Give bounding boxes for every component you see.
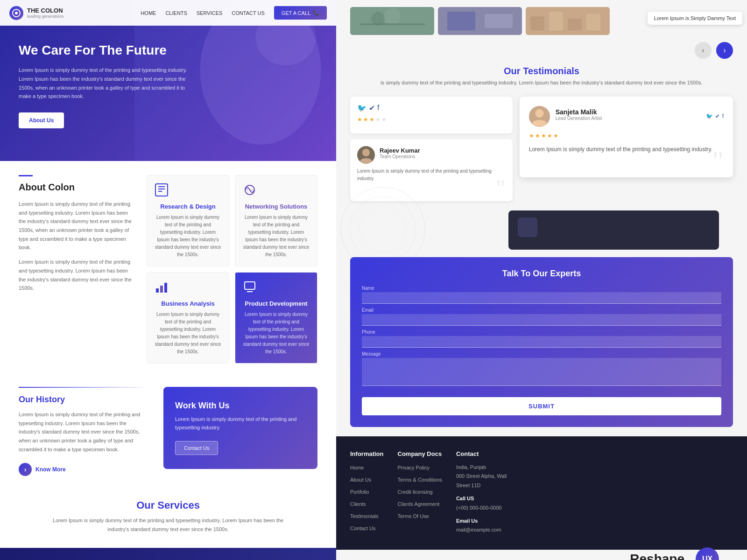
svg-rect-13: [245, 282, 255, 289]
svg-rect-22: [485, 14, 513, 28]
networking-title: Networking Solutions: [243, 203, 310, 210]
svg-rect-25: [549, 12, 563, 30]
footer-call-label: Call US: [456, 494, 507, 504]
work-desc: Lorem Ipsum is simply dummy text of the …: [175, 415, 306, 432]
sanjeta-stars: ★ ★ ★ ★ ★: [529, 133, 724, 139]
footer-about-link[interactable]: About Us: [350, 477, 371, 483]
star-4: ★: [375, 116, 381, 123]
history-left: Our History Lorem Ipsum is simply dummy …: [19, 387, 149, 476]
nav-home[interactable]: HOME: [141, 10, 156, 16]
footer-agreement-link[interactable]: Clients Agreement: [398, 501, 440, 507]
right-inner: Lorem Ipsum is Simply Dammy Text ‹ › Our…: [336, 0, 747, 560]
history-title: Our History: [19, 395, 149, 405]
email-input[interactable]: [362, 314, 721, 326]
top-image-2: [438, 7, 522, 35]
footer-info-title: Information: [350, 450, 384, 457]
footer-email-label: Email Us: [456, 517, 507, 526]
star-1: ★: [357, 116, 362, 123]
footer-home-link[interactable]: Home: [350, 465, 364, 470]
footer-portfolio-link[interactable]: Portfolio: [350, 489, 369, 495]
business-title: Business Analysis: [155, 300, 221, 307]
nav-clients[interactable]: CLIENTS: [165, 10, 187, 16]
about-text-1: Lorem Ipsum is simply dummy text of the …: [19, 200, 133, 252]
phone-input[interactable]: [362, 336, 721, 348]
product-title: Product Development: [243, 300, 310, 307]
submit-button[interactable]: SUBMIT: [362, 397, 721, 415]
experts-form-section: Talk To Our Experts Name Email Phone: [350, 257, 733, 427]
right-panel: Lorem Ipsum is Simply Dammy Text ‹ › Our…: [336, 0, 747, 560]
services-desc: Lorem Ipsum is simply dummy text of the …: [51, 516, 285, 533]
rajeev-text: Lorem Ipsum is simply dummy text of the …: [357, 168, 506, 182]
sanjeta-twitter-icon: 🐦: [706, 113, 713, 119]
svg-point-34: [359, 206, 406, 252]
footer-contact: Contact India, Punjab 000 Street Alpha, …: [456, 450, 507, 536]
footer-docs-title: Company Docs: [398, 450, 442, 457]
testimonials-desc: is simply dummy text of the printing and…: [350, 79, 733, 87]
s-star-4: ★: [547, 133, 552, 139]
svg-rect-10: [156, 288, 159, 293]
footer-contact-link[interactable]: Contact Us: [350, 525, 375, 531]
contact-us-button[interactable]: Contact Us: [175, 441, 218, 455]
star-2: ★: [363, 116, 368, 123]
s-star-2: ★: [535, 133, 540, 139]
svg-point-33: [350, 196, 416, 262]
work-with-us-card: Work With Us Lorem Ipsum is simply dummy…: [163, 387, 317, 469]
image-placeholder-3: [526, 7, 610, 35]
footer: Information Home About Us Portfolio Clie…: [336, 436, 747, 550]
footer-phone: (+00) 000-000-0000: [456, 504, 507, 513]
research-title: Research & Design: [155, 203, 221, 210]
logo-text: THE COLON leading generations: [27, 7, 64, 19]
top-image-3: [526, 7, 610, 35]
sanjeta-fb-icon: ✔: [715, 113, 720, 119]
get-call-button[interactable]: GET A CALL 📞: [274, 6, 327, 20]
phone-icon: 📞: [313, 10, 319, 16]
fb-icon: f: [377, 104, 379, 112]
nav-contact[interactable]: CONTACT US: [232, 10, 265, 16]
svg-rect-27: [586, 14, 600, 30]
s-star-1: ★: [529, 133, 534, 139]
message-label: Message: [362, 351, 721, 357]
footer-credit-link[interactable]: Credit licensing: [398, 489, 433, 495]
sanjeta-text: Lorem Ipsum is simply dummy text of the …: [529, 145, 724, 154]
service-card-research: Research & Design Lorem Ipsum is simply …: [147, 175, 229, 266]
footer-terms-link[interactable]: Terms & Conditions: [398, 477, 442, 483]
reshape-brand: Reshape UX: [322, 540, 733, 560]
main-quote-mark: ": [712, 154, 724, 168]
social-icons: 🐦 ✔ f: [357, 104, 506, 112]
networking-icon: [243, 183, 310, 199]
footer-contact-title: Contact: [456, 450, 507, 457]
service-card-product: Product Development Lorem Ipsum is simpl…: [235, 272, 317, 364]
next-arrow-button[interactable]: ›: [716, 42, 733, 59]
section-line: [19, 175, 33, 176]
footer-testimonials-link[interactable]: Testimonials: [350, 513, 379, 519]
name-input[interactable]: [362, 292, 721, 304]
tooltip-bubble: Lorem Ipsum is Simply Dammy Text: [648, 12, 742, 25]
image-placeholder-1: [350, 7, 434, 35]
image-placeholder-2: [438, 7, 522, 35]
footer-clients-link[interactable]: Clients: [350, 501, 366, 507]
carousel-arrows: ‹ ›: [336, 42, 747, 66]
know-more-button[interactable]: › Know More: [19, 463, 66, 476]
about-us-button[interactable]: About Us: [19, 112, 64, 128]
prev-arrow-button[interactable]: ‹: [695, 42, 712, 59]
name-label: Name: [362, 286, 721, 291]
know-more-label: Know More: [35, 466, 66, 473]
footer-terms-use-link[interactable]: Terms Of Use: [398, 513, 429, 519]
our-services-section: Our Services Lorem Ipsum is simply dummy…: [0, 490, 336, 543]
service-card-networking: Networking Solutions Lorem Ipsum is simp…: [235, 175, 317, 266]
networking-desc: Lorem Ipsum is simply dummy text of the …: [243, 214, 310, 259]
reshape-badge-text: UX: [702, 555, 712, 560]
nav-services[interactable]: SERVICES: [197, 10, 222, 16]
message-textarea[interactable]: [362, 358, 721, 386]
secondary-stars: ★ ★ ★ ★ ★: [357, 116, 506, 123]
svg-point-32: [341, 187, 425, 271]
twitter-icon: 🐦: [357, 104, 366, 112]
sanjeta-social-icon: f: [722, 113, 724, 119]
dark-info-card: [508, 210, 719, 250]
quote-mark: ": [496, 182, 505, 194]
research-icon: [155, 183, 221, 199]
services-title: Our Services: [19, 499, 317, 511]
service-card-business: Business Analysis Lorem Ipsum is simply …: [147, 272, 229, 364]
navbar: THE COLON leading generations HOME CLIEN…: [0, 0, 336, 26]
footer-privacy-link[interactable]: Privacy Policy: [398, 465, 430, 470]
